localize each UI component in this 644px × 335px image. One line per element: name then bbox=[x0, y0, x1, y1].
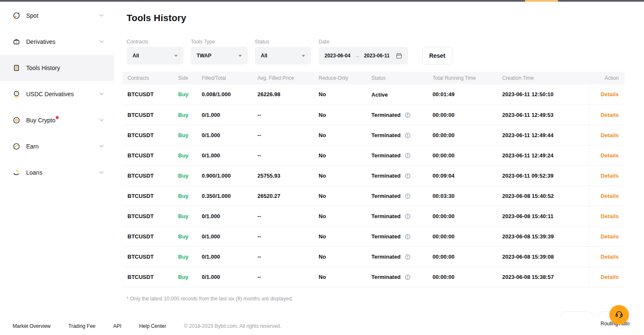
date-to-value: 2023-06-11 bbox=[364, 53, 390, 59]
cell-contracts: BTCUSDT bbox=[122, 226, 173, 246]
derivatives-icon bbox=[13, 38, 20, 46]
cell-creation-time: 2023-06-11 12:49:53 bbox=[497, 105, 589, 125]
cell-contracts: BTCUSDT bbox=[122, 206, 173, 226]
records-footnote: * Only the latest 10,000 records from th… bbox=[127, 296, 293, 302]
tools-type-filter-label: Tools Type bbox=[191, 39, 215, 45]
reset-button[interactable]: Reset bbox=[422, 47, 452, 65]
sidebar-item-label: Buy Crypto bbox=[26, 117, 55, 124]
cell-reduce-only: No bbox=[314, 84, 366, 105]
cell-side: Buy bbox=[173, 165, 197, 186]
header-avg-filled-price: Avg. Filled Price bbox=[252, 72, 314, 84]
cell-status: Terminated bbox=[366, 165, 428, 186]
details-link[interactable]: Details bbox=[601, 274, 619, 280]
cell-filled-total: 0/1.000 bbox=[197, 105, 252, 125]
date-range-picker[interactable]: 2023-06-04 → 2023-06-11 bbox=[319, 47, 408, 65]
contracts-select[interactable]: All bbox=[127, 47, 184, 65]
support-chat-button[interactable] bbox=[609, 305, 629, 324]
table-row: BTCUSDT Buy 0/1.000 -- No Terminated 00:… bbox=[122, 267, 625, 287]
cell-filled-total: 0/1.000 bbox=[197, 145, 252, 165]
date-from-value: 2023-06-04 bbox=[325, 53, 350, 59]
header-side: Side bbox=[173, 72, 197, 84]
details-link[interactable]: Details bbox=[601, 91, 619, 97]
cell-status: Terminated bbox=[366, 145, 428, 165]
tools-history-table: Contracts Side Filled/Total Avg. Filled … bbox=[122, 72, 625, 287]
page-title: Tools History bbox=[127, 13, 187, 24]
cell-reduce-only: No bbox=[314, 226, 366, 246]
details-link[interactable]: Details bbox=[601, 213, 619, 219]
details-link[interactable]: Details bbox=[601, 112, 619, 118]
cell-side: Buy bbox=[173, 246, 197, 267]
status-info-icon[interactable] bbox=[405, 234, 411, 240]
sidebar-item-loans[interactable]: Loans bbox=[0, 159, 114, 186]
table-row: BTCUSDT Buy 0/1.000 -- No Terminated 00:… bbox=[122, 206, 625, 226]
table-row: BTCUSDT Buy 0/1.000 -- No Terminated 00:… bbox=[122, 125, 625, 145]
cell-side: Buy bbox=[173, 206, 197, 226]
caret-down-icon bbox=[302, 55, 305, 57]
sidebar-item-buy-crypto[interactable]: Buy Crypto bbox=[0, 107, 114, 133]
tools-type-select[interactable]: TWAP bbox=[191, 47, 248, 65]
loans-icon bbox=[13, 169, 20, 176]
footer-link-market-overview[interactable]: Market Overview bbox=[13, 323, 51, 329]
cell-total-running-time: 00:00:00 bbox=[428, 145, 497, 165]
details-link[interactable]: Details bbox=[601, 254, 619, 260]
buy-crypto-icon bbox=[13, 116, 20, 124]
status-select[interactable]: All bbox=[255, 47, 311, 65]
sidebar-item-label: Tools History bbox=[26, 65, 60, 71]
cell-filled-total: 0.008/1.000 bbox=[197, 84, 252, 105]
status-info-icon[interactable] bbox=[405, 193, 411, 199]
sidebar-item-usdc-derivatives[interactable]: USDC Derivatives bbox=[0, 81, 114, 107]
footer-link-trading-fee[interactable]: Trading Fee bbox=[68, 323, 95, 329]
cell-status: Terminated bbox=[366, 125, 428, 145]
cell-status: Active bbox=[366, 84, 428, 105]
status-info-icon[interactable] bbox=[405, 132, 411, 138]
cell-status: Terminated bbox=[366, 206, 428, 226]
cell-creation-time: 2023-06-08 15:40:11 bbox=[497, 206, 589, 226]
sidebar-item-tools-history[interactable]: Tools History bbox=[0, 55, 114, 81]
cell-filled-total: 0/1.000 bbox=[197, 246, 252, 267]
sidebar-item-label: Derivatives bbox=[26, 38, 55, 45]
cell-total-running-time: 00:00:00 bbox=[428, 267, 497, 287]
details-link[interactable]: Details bbox=[601, 173, 619, 179]
chevron-down-icon bbox=[99, 14, 104, 17]
cell-contracts: BTCUSDT bbox=[122, 165, 173, 186]
cell-contracts: BTCUSDT bbox=[122, 186, 173, 206]
status-info-icon[interactable] bbox=[405, 213, 411, 219]
cell-total-running-time: 00:00:00 bbox=[428, 125, 497, 145]
sidebar-item-earn[interactable]: Earn bbox=[0, 133, 114, 159]
status-info-icon[interactable] bbox=[405, 173, 411, 179]
cell-contracts: BTCUSDT bbox=[122, 267, 173, 287]
sidebar-item-label: Earn bbox=[26, 143, 39, 150]
header-creation-time: Creation Time bbox=[497, 72, 589, 84]
cell-reduce-only: No bbox=[314, 186, 366, 206]
status-info-icon[interactable] bbox=[405, 274, 411, 280]
header-total-running-time: Total Running Time bbox=[428, 72, 497, 84]
status-info-icon[interactable] bbox=[405, 254, 411, 260]
cell-filled-total: 0/1.000 bbox=[197, 125, 252, 145]
cell-side: Buy bbox=[173, 226, 197, 246]
chevron-down-icon bbox=[99, 145, 104, 148]
contracts-select-value: All bbox=[133, 53, 139, 59]
cell-status: Terminated bbox=[366, 226, 428, 246]
status-info-icon[interactable] bbox=[405, 112, 411, 118]
details-link[interactable]: Details bbox=[601, 132, 619, 138]
footer-link-api[interactable]: API bbox=[113, 323, 121, 329]
details-link[interactable]: Details bbox=[601, 233, 619, 240]
details-link[interactable]: Details bbox=[601, 152, 619, 159]
footer-link-help-center[interactable]: Help Center bbox=[139, 323, 166, 329]
status-info-icon[interactable] bbox=[405, 153, 411, 159]
table-row: BTCUSDT Buy 0.900/1.000 25755.93 No Term… bbox=[122, 165, 625, 186]
cell-avg-filled-price: -- bbox=[252, 226, 314, 246]
cell-avg-filled-price: -- bbox=[252, 246, 314, 267]
chevron-down-icon bbox=[99, 171, 104, 174]
cell-contracts: BTCUSDT bbox=[122, 105, 173, 125]
sidebar-item-derivatives[interactable]: Derivatives bbox=[0, 29, 114, 55]
cell-side: Buy bbox=[173, 267, 197, 287]
cell-avg-filled-price: -- bbox=[252, 145, 314, 165]
sidebar-item-label: Loans bbox=[26, 169, 42, 176]
cell-reduce-only: No bbox=[314, 246, 366, 267]
cell-status: Terminated bbox=[366, 105, 428, 125]
cell-status: Terminated bbox=[366, 267, 428, 287]
sidebar-item-spot[interactable]: Spot bbox=[0, 3, 114, 29]
cell-reduce-only: No bbox=[314, 145, 366, 165]
details-link[interactable]: Details bbox=[601, 193, 619, 199]
